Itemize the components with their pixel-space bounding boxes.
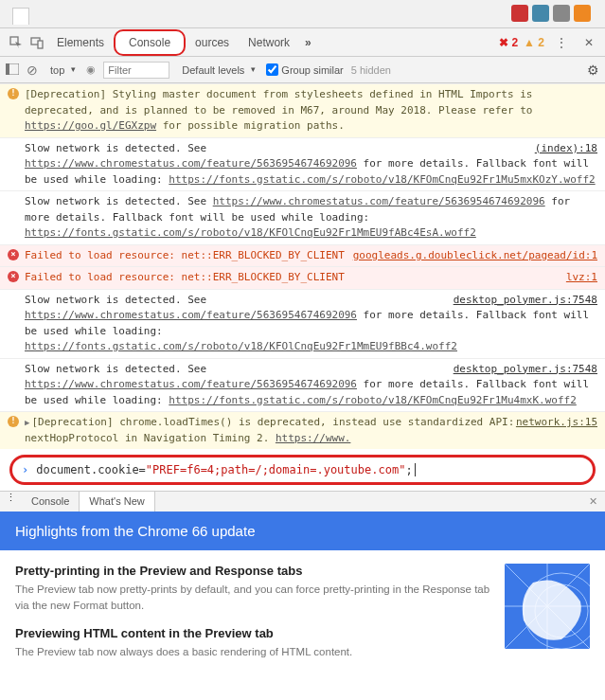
console-message: (index):18Slow network is detected. See …	[0, 137, 605, 191]
console-log: [Deprecation] Styling master document fr…	[0, 83, 605, 449]
url-link[interactable]: https://www.chromestatus.com/feature/563…	[25, 378, 357, 390]
context-selector[interactable]: top	[45, 62, 79, 79]
url-link[interactable]: https://fonts.gstatic.com/s/roboto/v18/K…	[25, 226, 476, 239]
url-link[interactable]: https://www.chromestatus.com/feature/563…	[25, 157, 357, 170]
drawer-tab-whatsnew[interactable]: What's New	[80, 492, 154, 512]
drawer-menu-icon[interactable]: ⋮	[0, 492, 22, 512]
url-link[interactable]: https://goo.gl/EGXzpw	[25, 119, 156, 132]
tab-sources[interactable]: ources	[186, 29, 239, 56]
browser-chrome	[0, 0, 605, 28]
group-similar-checkbox[interactable]: Group similar	[266, 63, 343, 76]
console-message: network.js:15▶[Deprecation] chrome.loadT…	[0, 411, 605, 449]
tab-elements[interactable]: Elements	[47, 29, 114, 56]
url-link[interactable]: https://www.chromestatus.com/feature/563…	[25, 309, 357, 321]
prompt-chevron-icon: ›	[22, 463, 28, 476]
drawer-close-icon[interactable]: ✕	[581, 492, 605, 512]
console-message: googleads.g.doubleclick.net/pagead/id:1F…	[0, 244, 605, 267]
console-message: [Deprecation] Styling master document fr…	[0, 83, 605, 137]
source-link[interactable]: (index):18	[535, 141, 597, 157]
live-expression-icon[interactable]: ◉	[86, 63, 96, 76]
update-heading: Previewing HTML content in the Preview t…	[15, 626, 491, 640]
update-heading: Pretty-printing in the Preview and Respo…	[15, 564, 491, 578]
update-content: Pretty-printing in the Preview and Respo…	[0, 550, 605, 685]
update-paragraph: The Preview tab now always does a basic …	[15, 644, 491, 660]
source-link[interactable]: lvz:1	[566, 270, 597, 286]
console-toolbar: ⊘ top ◉ Default levels Group similar 5 h…	[0, 57, 605, 83]
drawer-tab-console[interactable]: Console	[22, 492, 80, 512]
url-link[interactable]: https://www.chromestatus.com/feature/563…	[213, 195, 545, 207]
source-link[interactable]: googleads.g.doubleclick.net/pagead/id:1	[353, 248, 597, 264]
source-link[interactable]: desktop_polymer.js:7548	[454, 362, 597, 378]
console-message: lvz:1Failed to load resource: net::ERR_B…	[0, 266, 605, 289]
console-input[interactable]: › document.cookie="PREF=f6=4;path=/;doma…	[9, 455, 596, 485]
url-link[interactable]: https://fonts.gstatic.com/s/roboto/v18/K…	[169, 394, 576, 406]
kebab-menu-icon[interactable]: ⋮	[550, 36, 573, 49]
settings-gear-icon[interactable]: ⚙	[587, 63, 599, 78]
warning-icon	[8, 88, 19, 99]
tab-console[interactable]: Console	[114, 29, 186, 56]
text-cursor	[415, 463, 416, 476]
devtools-tab-bar: Elements Console ources Network » ✖ 2 ▲ …	[0, 28, 605, 57]
log-levels-selector[interactable]: Default levels	[177, 62, 258, 79]
expand-triangle-icon[interactable]: ▶	[25, 417, 29, 430]
url-link[interactable]: https://fonts.gstatic.com/s/roboto/v18/K…	[25, 340, 457, 352]
svg-rect-4	[6, 63, 9, 75]
update-illustration	[505, 564, 590, 649]
ext-icon[interactable]	[553, 5, 570, 22]
svg-rect-2	[38, 41, 43, 48]
source-link[interactable]: network.js:15	[516, 415, 597, 431]
warning-count[interactable]: ▲ 2	[524, 36, 544, 49]
update-banner: Highlights from the Chrome 66 update	[0, 512, 605, 550]
extension-icons	[511, 5, 591, 22]
console-message: desktop_polymer.js:7548Slow network is d…	[0, 358, 605, 412]
error-icon	[8, 249, 19, 260]
console-message: desktop_polymer.js:7548Slow network is d…	[0, 289, 605, 358]
error-count[interactable]: ✖ 2	[499, 36, 518, 49]
ext-icon[interactable]	[511, 5, 528, 22]
drawer-tabs: ⋮ Console What's New ✕	[0, 491, 605, 512]
console-input-code[interactable]: document.cookie="PREF=f6=4;path=/;domain…	[36, 463, 412, 476]
clear-console-icon[interactable]: ⊘	[27, 63, 38, 78]
url-link[interactable]: https://www.	[276, 432, 350, 444]
browser-tab-stub	[12, 8, 29, 25]
tabs-overflow-icon[interactable]: »	[299, 36, 317, 49]
filter-input[interactable]	[103, 62, 169, 79]
console-message: Slow network is detected. See https://ww…	[0, 190, 605, 244]
inspect-icon[interactable]	[6, 32, 27, 53]
source-link[interactable]: desktop_polymer.js:7548	[454, 293, 597, 309]
device-toggle-icon[interactable]	[27, 32, 47, 53]
update-paragraph: The Preview tab now pretty-prints by def…	[15, 582, 491, 615]
ext-icon[interactable]	[532, 5, 549, 22]
tab-network[interactable]: Network	[239, 29, 299, 56]
close-devtools-icon[interactable]: ✕	[578, 36, 599, 49]
ext-icon[interactable]	[574, 5, 591, 22]
warning-icon	[8, 416, 19, 427]
url-link[interactable]: https://fonts.gstatic.com/s/roboto/v18/K…	[169, 173, 595, 186]
sidebar-toggle-icon[interactable]	[6, 63, 19, 77]
error-icon	[8, 271, 19, 282]
hidden-count: 5 hidden	[351, 64, 391, 76]
